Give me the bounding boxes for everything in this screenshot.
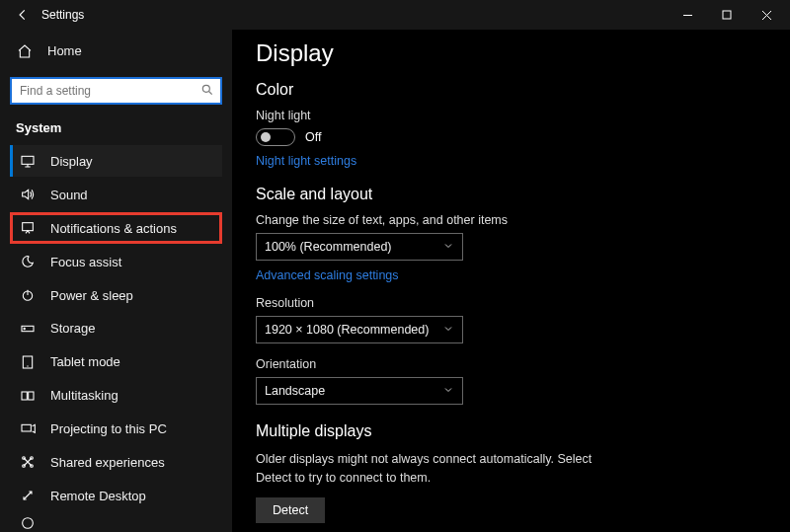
sidebar-item-label: Sound bbox=[50, 188, 88, 202]
remote-desktop-icon bbox=[19, 487, 37, 504]
sidebar-item-label: Remote Desktop bbox=[50, 489, 146, 503]
orientation-select[interactable]: Landscape bbox=[256, 377, 463, 405]
about-icon bbox=[19, 514, 37, 532]
night-light-settings-link[interactable]: Night light settings bbox=[256, 154, 356, 168]
chevron-down-icon bbox=[442, 384, 454, 399]
multi-body: Older displays might not always connect … bbox=[256, 450, 611, 488]
close-button[interactable] bbox=[747, 0, 786, 30]
sidebar-item-label: Multitasking bbox=[50, 388, 118, 403]
sidebar-home[interactable]: Home bbox=[10, 36, 222, 67]
sidebar-item-shared-experiences[interactable]: Shared experiences bbox=[10, 447, 222, 479]
sidebar-item-sound[interactable]: Sound bbox=[10, 179, 222, 210]
color-heading: Color bbox=[256, 81, 766, 99]
sidebar-item-label: Focus assist bbox=[50, 255, 121, 269]
night-light-label: Night light bbox=[256, 109, 766, 122]
sidebar-item-label: Projecting to this PC bbox=[50, 421, 167, 436]
chevron-down-icon bbox=[442, 240, 454, 255]
main-panel: Display Color Night light Off Night ligh… bbox=[232, 30, 790, 532]
minimize-button[interactable] bbox=[668, 0, 707, 30]
sidebar-item-focus-assist[interactable]: Focus assist bbox=[10, 246, 222, 277]
home-icon bbox=[16, 42, 34, 60]
sidebar-item-remote-desktop[interactable]: Remote Desktop bbox=[10, 480, 222, 511]
scaling-value: 100% (Recommended) bbox=[265, 240, 392, 254]
sidebar-section-header: System bbox=[10, 116, 222, 143]
power-icon bbox=[19, 286, 37, 304]
notifications-icon bbox=[19, 219, 37, 237]
back-icon[interactable] bbox=[14, 6, 32, 24]
svg-rect-9 bbox=[29, 392, 34, 400]
svg-rect-0 bbox=[723, 11, 731, 19]
sidebar-item-label: Notifications & actions bbox=[50, 221, 177, 236]
speaker-icon bbox=[19, 186, 37, 203]
detect-button[interactable]: Detect bbox=[256, 497, 325, 523]
sidebar-item-storage[interactable]: Storage bbox=[10, 313, 222, 344]
svg-point-15 bbox=[23, 517, 34, 528]
window-title: Settings bbox=[41, 8, 84, 22]
sidebar-item-power-sleep[interactable]: Power & sleep bbox=[10, 279, 222, 311]
night-light-toggle[interactable] bbox=[256, 128, 295, 146]
resolution-value: 1920 × 1080 (Recommended) bbox=[265, 323, 429, 337]
sidebar-item-label: Storage bbox=[50, 321, 96, 336]
sidebar: Home System Display Sound Notifica bbox=[0, 30, 232, 532]
projecting-icon bbox=[19, 420, 37, 438]
sidebar-item-label: Tablet mode bbox=[50, 354, 120, 369]
display-icon bbox=[19, 152, 37, 170]
sidebar-item-display[interactable]: Display bbox=[10, 145, 222, 177]
svg-point-6 bbox=[24, 328, 25, 329]
moon-icon bbox=[19, 253, 37, 270]
orientation-value: Landscape bbox=[265, 384, 325, 398]
sidebar-item-notifications[interactable]: Notifications & actions bbox=[10, 212, 222, 244]
section-scale-layout: Scale and layout Change the size of text… bbox=[256, 186, 766, 405]
titlebar: Settings bbox=[0, 0, 790, 30]
page-title: Display bbox=[256, 39, 766, 67]
night-light-state: Off bbox=[305, 130, 321, 144]
share-icon bbox=[19, 453, 37, 471]
sidebar-item-label: Shared experiences bbox=[50, 455, 165, 470]
search-icon bbox=[200, 83, 214, 100]
sidebar-item-label: Display bbox=[50, 154, 93, 169]
scale-heading: Scale and layout bbox=[256, 186, 766, 203]
scaling-select[interactable]: 100% (Recommended) bbox=[256, 233, 463, 261]
tablet-icon bbox=[19, 353, 37, 371]
svg-rect-3 bbox=[23, 223, 34, 231]
sidebar-item-multitasking[interactable]: Multitasking bbox=[10, 380, 222, 412]
multi-heading: Multiple displays bbox=[256, 422, 766, 440]
svg-point-1 bbox=[202, 85, 209, 92]
multitasking-icon bbox=[19, 387, 37, 405]
sidebar-item-more[interactable] bbox=[10, 513, 222, 532]
chevron-down-icon bbox=[442, 323, 454, 338]
sidebar-item-tablet-mode[interactable]: Tablet mode bbox=[10, 346, 222, 378]
section-multiple-displays: Multiple displays Older displays might n… bbox=[256, 422, 766, 523]
sidebar-item-projecting[interactable]: Projecting to this PC bbox=[10, 414, 222, 445]
svg-rect-10 bbox=[22, 424, 31, 431]
orientation-label: Orientation bbox=[256, 357, 766, 371]
resolution-select[interactable]: 1920 × 1080 (Recommended) bbox=[256, 316, 463, 343]
search-input[interactable] bbox=[20, 84, 200, 98]
svg-rect-2 bbox=[22, 157, 34, 165]
resolution-label: Resolution bbox=[256, 296, 766, 310]
svg-rect-8 bbox=[22, 392, 27, 400]
storage-icon bbox=[19, 320, 37, 338]
sidebar-item-label: Power & sleep bbox=[50, 288, 133, 303]
home-label: Home bbox=[47, 43, 82, 58]
maximize-button[interactable] bbox=[707, 0, 747, 30]
search-box[interactable] bbox=[10, 77, 222, 105]
advanced-scaling-link[interactable]: Advanced scaling settings bbox=[256, 268, 399, 282]
section-color: Color Night light Off Night light settin… bbox=[256, 81, 766, 168]
size-label: Change the size of text, apps, and other… bbox=[256, 213, 766, 227]
